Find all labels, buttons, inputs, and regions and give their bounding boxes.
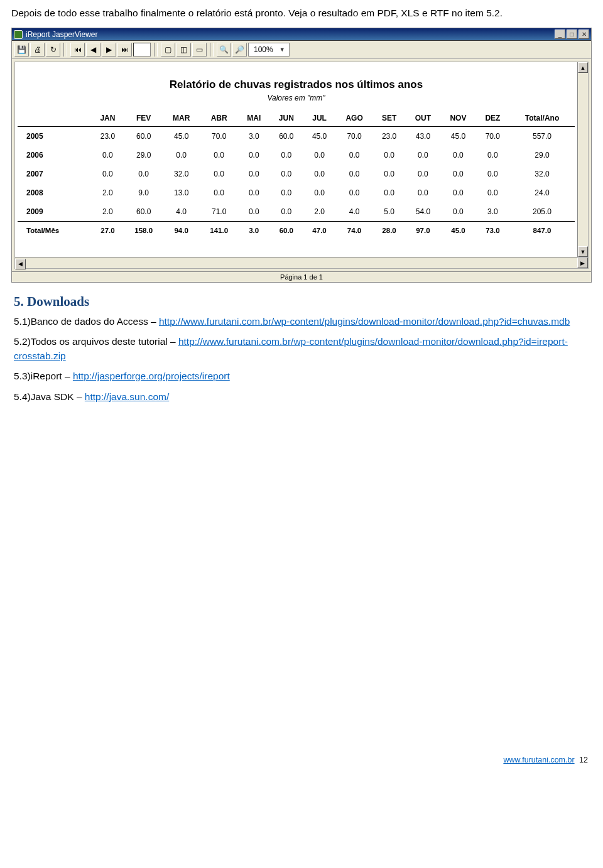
zoom-value: 100% — [254, 45, 273, 54]
table-row: 20060.029.00.00.00.00.00.00.00.00.00.00.… — [18, 146, 575, 165]
report-page: Relatório de chuvas registrados nos últi… — [15, 62, 577, 268]
table-row: 20092.060.04.071.00.00.02.04.05.054.00.0… — [18, 202, 575, 222]
horizontal-scrollbar[interactable]: ◀ ▶ — [15, 257, 588, 268]
col-header: MAI — [238, 110, 269, 127]
col-header: NOV — [440, 110, 476, 127]
report-viewer-window: iReport JasperViewer _ □ ✕ 💾 🖨 ↻ ⏮ ◀ ▶ ⏭… — [11, 28, 592, 283]
save-icon[interactable]: 💾 — [14, 43, 29, 57]
download-label: 5.3)iReport – — [14, 371, 73, 381]
downloads-heading: 5. Downloads — [14, 294, 592, 310]
download-label: 5.1)Banco de dados do Access – — [14, 316, 159, 327]
intro-text: Depois de todo esse trabalho finalmente … — [11, 8, 592, 19]
col-header: OUT — [406, 110, 440, 127]
minimize-button[interactable]: _ — [555, 30, 565, 39]
scroll-down-icon[interactable]: ▼ — [578, 246, 588, 257]
table-row: 200523.060.045.070.03.060.045.070.023.04… — [18, 127, 575, 146]
col-header: DEZ — [476, 110, 509, 127]
col-header — [18, 110, 91, 127]
download-link[interactable]: http://jasperforge.org/projects/ireport — [73, 371, 230, 381]
report-surface: Relatório de chuvas registrados nos últi… — [14, 62, 589, 269]
prev-page-icon[interactable]: ◀ — [86, 43, 100, 57]
print-icon[interactable]: 🖨 — [30, 43, 45, 57]
download-item: 5.4)Java SDK – http://java.sun.com/ — [14, 390, 592, 404]
fit-width-icon[interactable]: ▭ — [192, 43, 207, 57]
download-link[interactable]: http://www.furutani.com.br/wp-content/pl… — [159, 316, 570, 327]
col-header: JUN — [269, 110, 303, 127]
close-button[interactable]: ✕ — [579, 30, 589, 39]
window-title: iReport JasperViewer — [26, 30, 98, 39]
titlebar: iReport JasperViewer _ □ ✕ — [12, 28, 591, 41]
download-label: 5.2)Todos os arquivos deste tutorial – — [14, 336, 178, 347]
page-input[interactable] — [133, 43, 151, 57]
total-row: Total/Mês27.0158.094.0141.03.060.047.074… — [18, 222, 575, 240]
table-row: 20082.09.013.00.00.00.00.00.00.00.00.00.… — [18, 183, 575, 202]
col-header: SET — [372, 110, 405, 127]
download-item: 5.1)Banco de dados do Access – http://ww… — [14, 315, 592, 328]
col-header: Total/Ano — [509, 110, 575, 127]
vertical-scrollbar[interactable]: ▲ ▼ — [577, 62, 588, 257]
download-item: 5.2)Todos os arquivos deste tutorial – h… — [14, 335, 592, 363]
table-row: 20070.00.032.00.00.00.00.00.00.00.00.00.… — [18, 165, 575, 183]
toolbar: 💾 🖨 ↻ ⏮ ◀ ▶ ⏭ ▢ ◫ ▭ 🔍 🔎 100% ▼ — [12, 41, 591, 59]
zoom-select[interactable]: 100% ▼ — [248, 43, 290, 57]
first-page-icon[interactable]: ⏮ — [70, 43, 85, 57]
report-table: JANFEVMARABRMAIJUNJULAGOSETOUTNOVDEZTota… — [18, 110, 575, 239]
zoom-in-icon[interactable]: 🔍 — [217, 43, 231, 57]
scroll-left-icon[interactable]: ◀ — [15, 259, 26, 269]
col-header: JUL — [303, 110, 335, 127]
maximize-button[interactable]: □ — [567, 30, 577, 39]
report-subtitle: Valores em "mm" — [18, 94, 575, 102]
download-label: 5.4)Java SDK – — [14, 391, 85, 402]
last-page-icon[interactable]: ⏭ — [117, 43, 132, 57]
page-number: 12 — [579, 756, 588, 764]
scroll-up-icon[interactable]: ▲ — [578, 62, 588, 73]
app-icon — [14, 30, 23, 39]
col-header: JAN — [91, 110, 124, 127]
statusbar: Página 1 de 1 — [12, 271, 591, 282]
zoom-out-icon[interactable]: 🔎 — [232, 43, 247, 57]
fit-page-icon[interactable]: ◫ — [177, 43, 191, 57]
footer-link[interactable]: www.furutani.com.br — [503, 756, 574, 764]
actual-size-icon[interactable]: ▢ — [161, 43, 175, 57]
scroll-right-icon[interactable]: ▶ — [577, 258, 588, 268]
col-header: AGO — [336, 110, 373, 127]
download-item: 5.3)iReport – http://jasperforge.org/pro… — [14, 369, 592, 383]
col-header: MAR — [163, 110, 200, 127]
next-page-icon[interactable]: ▶ — [102, 43, 116, 57]
col-header: FEV — [124, 110, 163, 127]
chevron-down-icon: ▼ — [280, 46, 285, 53]
download-link[interactable]: http://java.sun.com/ — [85, 391, 169, 402]
reload-icon[interactable]: ↻ — [46, 43, 60, 57]
report-title: Relatório de chuvas registrados nos últi… — [18, 79, 575, 91]
col-header: ABR — [200, 110, 238, 127]
page-footer: www.furutani.com.br 12 — [11, 756, 592, 764]
